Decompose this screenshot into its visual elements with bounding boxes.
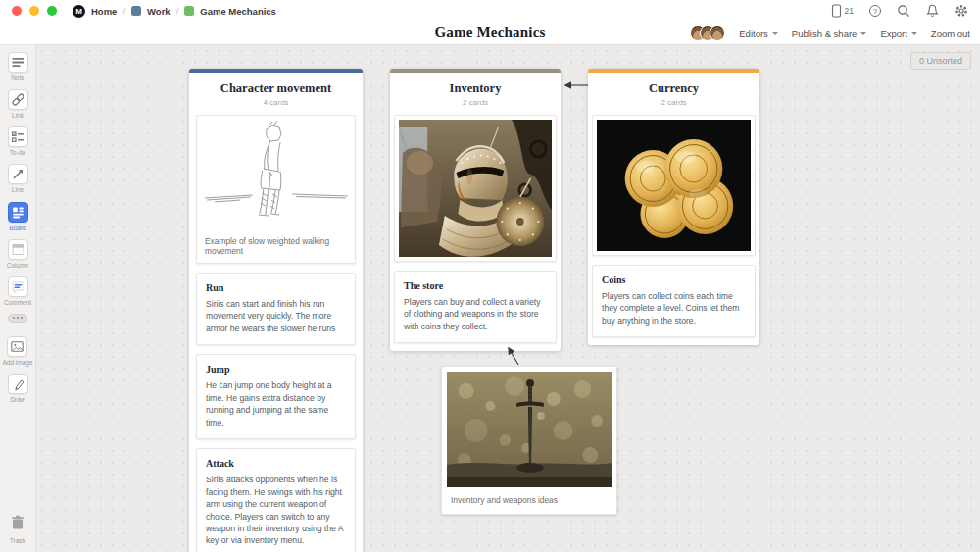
ellipsis-icon <box>13 317 15 319</box>
column-title: Character movement <box>197 81 355 96</box>
note-body: Siriis can start and finish his run move… <box>206 298 346 334</box>
phone-icon <box>831 4 842 18</box>
chevron-down-icon <box>772 32 778 35</box>
tool-draw[interactable]: Draw <box>8 374 28 403</box>
board-game-mechanics-icon <box>184 6 194 16</box>
tool-label: Comment <box>4 299 31 306</box>
tool-label: Line <box>12 186 24 193</box>
tool-label: Add image <box>2 359 32 366</box>
unsorted-button[interactable]: 0 Unsorted <box>910 52 971 70</box>
avatar[interactable] <box>710 25 725 41</box>
note-title: Coins <box>602 275 746 285</box>
column-icon <box>8 239 28 260</box>
export-label: Export <box>880 28 906 39</box>
column-card-count: 2 cards <box>398 98 553 107</box>
note-card-run[interactable]: Run Siriis can start and finish his run … <box>196 273 356 345</box>
tool-label: Note <box>11 75 24 81</box>
collaborator-avatars[interactable] <box>690 25 725 41</box>
board-header: Game Mechanics Editors Publish & share E… <box>0 22 980 45</box>
milanote-logo-icon[interactable]: M <box>73 5 85 18</box>
tool-add-image[interactable]: Add image <box>2 336 32 366</box>
search-icon[interactable] <box>897 4 910 18</box>
note-title: Jump <box>206 364 346 375</box>
note-title: Run <box>206 282 346 293</box>
column-header[interactable]: Inventory 2 cards <box>390 73 561 114</box>
minimize-window-button[interactable] <box>29 6 39 16</box>
tool-todo[interactable]: To-do <box>8 126 28 156</box>
column-character-movement[interactable]: Character movement 4 cards <box>189 69 363 552</box>
note-body: Players can collect coins each time they… <box>602 290 746 326</box>
note-card-attack[interactable]: Attack Siriis attacks opponents when he … <box>196 448 356 552</box>
export-button[interactable]: Export <box>880 28 916 39</box>
column-inventory[interactable]: Inventory 2 cards <box>390 69 561 351</box>
breadcrumb-separator: / <box>176 6 179 17</box>
column-header[interactable]: Character movement 4 cards <box>189 73 363 114</box>
note-card-coins[interactable]: Coins Players can collect coins each tim… <box>592 265 756 337</box>
tool-label: To-do <box>10 149 25 156</box>
zoom-window-button[interactable] <box>47 6 57 16</box>
tool-column[interactable]: Column <box>7 239 28 269</box>
tool-note[interactable]: Note <box>8 52 28 81</box>
todo-checklist-icon <box>8 126 28 147</box>
chevron-down-icon <box>911 32 917 35</box>
note-card-the-store[interactable]: The store Players can buy and collect a … <box>394 271 557 343</box>
breadcrumb-game-mechanics[interactable]: Game Mechanics <box>200 6 276 17</box>
column-header[interactable]: Currency 2 cards <box>588 73 760 114</box>
trash-icon <box>9 514 26 535</box>
editors-label: Editors <box>739 28 768 39</box>
tool-link[interactable]: Link <box>8 89 28 119</box>
breadcrumb: M Home / Work / Game Mechanics <box>73 5 276 18</box>
close-window-button[interactable] <box>12 6 22 16</box>
tool-label: Trash <box>10 537 25 544</box>
ellipsis-icon <box>21 317 23 319</box>
publish-share-button[interactable]: Publish & share <box>792 28 867 39</box>
window-titlebar: M Home / Work / Game Mechanics 21 ? <box>0 0 980 22</box>
note-body: He can jump one body height at a time. H… <box>206 379 346 428</box>
knight-armor-image <box>399 120 552 257</box>
walking-sketch-image <box>201 120 351 229</box>
note-icon <box>8 52 28 73</box>
more-tools-button[interactable] <box>8 314 27 323</box>
image-card-walking-sketch[interactable]: Example of slow weighted walking movemen… <box>196 115 356 264</box>
image-card-knight-armor[interactable] <box>394 115 557 262</box>
trash[interactable]: Trash <box>9 514 26 544</box>
settings-gear-icon[interactable] <box>955 4 968 18</box>
tool-sidebar: Note Link To-do Line Board Column <box>0 45 36 552</box>
image-caption: Example of slow weighted walking movemen… <box>201 229 351 259</box>
link-icon <box>8 89 28 110</box>
column-card-count: 2 cards <box>596 98 752 107</box>
tool-label: Link <box>12 112 24 119</box>
traffic-lights <box>12 6 57 16</box>
note-card-jump[interactable]: Jump He can jump one body height at a ti… <box>196 354 356 439</box>
breadcrumb-work[interactable]: Work <box>147 6 171 17</box>
column-card-count: 4 cards <box>197 98 355 107</box>
device-count: 21 <box>845 6 854 16</box>
tool-comment[interactable]: Comment <box>4 276 31 306</box>
column-title: Inventory <box>398 81 553 96</box>
column-currency[interactable]: Currency 2 cards <box>588 69 760 345</box>
board-work-icon <box>131 6 141 16</box>
ellipsis-icon <box>17 317 19 319</box>
image-card-gold-coins[interactable] <box>592 115 756 256</box>
tool-line[interactable]: Line <box>8 164 28 193</box>
chevron-down-icon <box>860 32 866 35</box>
help-icon[interactable]: ? <box>869 5 881 17</box>
line-arrow-icon <box>8 164 28 184</box>
breadcrumb-separator: / <box>122 6 125 17</box>
comment-icon <box>8 276 28 297</box>
tool-label: Draw <box>10 396 24 403</box>
device-sync-button[interactable]: 21 <box>831 4 854 18</box>
draw-pencil-icon <box>8 374 28 394</box>
notifications-bell-icon[interactable] <box>926 4 939 18</box>
image-caption: Inventory and weapons ideas <box>447 487 612 509</box>
board-icon <box>8 202 28 223</box>
breadcrumb-home[interactable]: Home <box>91 6 117 17</box>
note-title: Attack <box>206 458 346 469</box>
image-card-sword[interactable]: Inventory and weapons ideas <box>441 366 617 515</box>
board-canvas[interactable]: 0 Unsorted Character movement 4 cards <box>36 45 980 552</box>
sword-image <box>447 372 612 487</box>
editors-button[interactable]: Editors <box>739 28 778 39</box>
tool-label: Board <box>9 225 25 231</box>
tool-board[interactable]: Board <box>8 202 28 231</box>
zoom-out-button[interactable]: Zoom out <box>931 28 970 39</box>
